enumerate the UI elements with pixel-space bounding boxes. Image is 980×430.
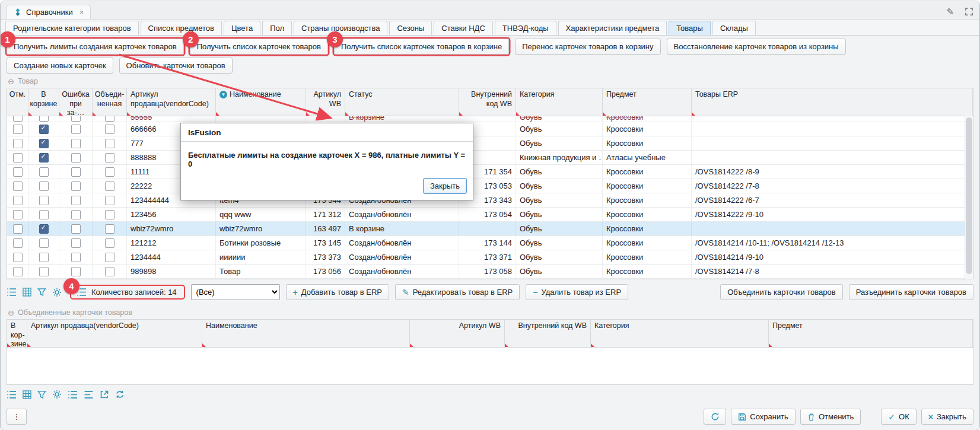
cell-category[interactable]: Обувь bbox=[516, 236, 603, 250]
checkbox-merged[interactable] bbox=[105, 267, 114, 276]
button-Получить список карточек товаров[interactable]: Получить список карточек товаров2 bbox=[190, 39, 328, 55]
tab-Ставки НДС[interactable]: Ставки НДС bbox=[434, 21, 492, 35]
cancel-button[interactable]: Отменить bbox=[800, 409, 861, 425]
close-button[interactable]: × Закрыть bbox=[921, 409, 973, 425]
cell-erp[interactable] bbox=[692, 151, 973, 164]
merged-column-header-5[interactable]: Категория bbox=[591, 320, 769, 347]
checkbox-cart[interactable] bbox=[39, 139, 49, 148]
tab-Сезоны[interactable]: Сезоны bbox=[389, 21, 432, 35]
cell-category[interactable]: Обувь bbox=[516, 122, 603, 136]
cell-erp[interactable]: /OVS1814222 /7-8 bbox=[692, 179, 973, 193]
tab-Характеристики предмета[interactable]: Характеристики предмета bbox=[558, 21, 667, 35]
button-Обновить карточки товаров[interactable]: Обновить карточки товаров bbox=[119, 58, 233, 74]
cell-vendor[interactable]: 121212 bbox=[127, 236, 216, 250]
cell-status[interactable]: В корзине bbox=[345, 222, 459, 235]
vertical-scrollbar[interactable] bbox=[965, 116, 973, 279]
cell-category[interactable]: Обувь bbox=[516, 222, 603, 235]
tab-Пол[interactable]: Пол bbox=[262, 21, 292, 35]
more-actions-button[interactable]: ⋮ bbox=[7, 409, 27, 425]
add-product-erp-button[interactable]: + Добавить товар в ERP bbox=[286, 284, 389, 300]
merged-column-header-0[interactable]: В кор-зине bbox=[7, 320, 27, 347]
column-header-category[interactable]: Категория bbox=[516, 88, 603, 116]
checkbox-cart[interactable] bbox=[39, 238, 49, 248]
cell-internal[interactable]: 173 058 bbox=[459, 265, 516, 278]
cell-predmet[interactable]: Атласы учебные bbox=[603, 151, 692, 164]
collapse-icon[interactable]: ⊖ bbox=[8, 309, 14, 317]
filter-icon[interactable] bbox=[37, 390, 46, 399]
cell-category[interactable]: Обувь bbox=[516, 165, 603, 179]
column-header-err[interactable]: Ошибка при за-… bbox=[59, 88, 93, 116]
cell-name[interactable] bbox=[216, 116, 306, 122]
cell-category[interactable]: Обувь bbox=[516, 208, 603, 221]
checkbox-otm[interactable] bbox=[13, 224, 23, 234]
merged-column-header-1[interactable]: Артикул продавца(vendorCode) bbox=[27, 320, 202, 347]
group-list-icon[interactable] bbox=[84, 390, 94, 399]
checkbox-otm[interactable] bbox=[13, 181, 23, 191]
edit-icon[interactable]: ✎ bbox=[946, 7, 954, 16]
refresh-button[interactable] bbox=[704, 409, 726, 425]
table-row[interactable]: 1234444ииииии173 373Создан/обновлён173 3… bbox=[7, 250, 973, 265]
settings-gear-icon[interactable] bbox=[52, 288, 62, 297]
cell-predmet[interactable]: Кроссовки bbox=[603, 236, 692, 250]
checkbox-merged[interactable] bbox=[105, 253, 114, 262]
checkbox-cart[interactable] bbox=[39, 153, 49, 163]
table-view-icon[interactable] bbox=[23, 390, 31, 399]
button-Восстановление карточек товаров из корзины[interactable]: Восстановление карточек товаров из корзи… bbox=[667, 39, 846, 55]
column-header-otm[interactable]: Отм. bbox=[7, 88, 28, 116]
cell-vendor[interactable]: 55555 bbox=[127, 116, 216, 122]
table-row[interactable]: 121212Ботинки розовые173 145Создан/обнов… bbox=[7, 236, 973, 250]
cell-internal[interactable] bbox=[459, 116, 516, 122]
tab-Список предметов[interactable]: Список предметов bbox=[141, 21, 222, 35]
table-row[interactable]: 989898Товар173 056Создан/обновлён173 058… bbox=[7, 265, 973, 279]
checkbox-cart[interactable] bbox=[39, 196, 49, 205]
checkbox-merged[interactable] bbox=[105, 153, 114, 163]
cell-predmet[interactable]: Кроссовки bbox=[603, 250, 692, 264]
button-Получить список карточек товаров в корзине[interactable]: Получить список карточек товаров в корзи… bbox=[334, 39, 509, 55]
cell-category[interactable]: Обувь bbox=[516, 265, 603, 278]
tab-Цвета[interactable]: Цвета bbox=[224, 21, 260, 35]
checkbox-cart[interactable] bbox=[39, 125, 49, 134]
cell-predmet[interactable]: Кроссовки bbox=[603, 122, 692, 136]
refresh-table-icon[interactable] bbox=[115, 390, 125, 399]
checkbox-otm[interactable] bbox=[13, 267, 23, 276]
table-row[interactable]: 666666ОбувьКроссовки bbox=[7, 122, 973, 136]
cell-vendor[interactable]: 1234444 bbox=[127, 250, 216, 264]
settings-gear-icon[interactable] bbox=[52, 390, 62, 399]
checkbox-merged[interactable] bbox=[105, 238, 114, 248]
cell-wb[interactable]: 171 312 bbox=[306, 208, 345, 221]
scrollbar-thumb[interactable] bbox=[966, 117, 972, 274]
filter-select[interactable]: (Все) bbox=[191, 284, 280, 300]
checkbox-err[interactable] bbox=[71, 267, 81, 276]
cell-status[interactable]: Создан/обновлён bbox=[345, 208, 459, 221]
checkbox-merged[interactable] bbox=[105, 224, 114, 234]
column-header-name[interactable]: ▾Наименование bbox=[216, 88, 306, 116]
table-row[interactable]: 11111171 354ОбувьКроссовки/OVS1814222 /8… bbox=[7, 165, 973, 179]
checkbox-cart[interactable] bbox=[39, 224, 49, 234]
edit-product-erp-button[interactable]: ✎ Редактировать товар в ERP bbox=[395, 284, 520, 300]
cell-wb[interactable] bbox=[306, 116, 345, 122]
cell-erp[interactable]: /OVS1814222 /8-9 bbox=[692, 165, 973, 179]
cell-status[interactable]: В корзине bbox=[345, 116, 459, 122]
cell-predmet[interactable]: Кроссовки bbox=[603, 165, 692, 179]
checkbox-otm[interactable] bbox=[13, 238, 23, 248]
save-button[interactable]: Сохранить bbox=[731, 409, 796, 425]
cell-category[interactable]: Обувь bbox=[516, 116, 603, 122]
column-header-merged[interactable]: Объеди-ненная bbox=[93, 88, 127, 116]
tab-Товары[interactable]: Товары bbox=[669, 21, 711, 35]
checkbox-err[interactable] bbox=[71, 116, 81, 122]
column-header-vendor[interactable]: Артикул продавца(vendorCode) bbox=[127, 88, 216, 116]
cell-vendor[interactable]: wbiz72wmro bbox=[127, 222, 216, 235]
cell-wb[interactable]: 173 373 bbox=[306, 250, 345, 264]
checkbox-merged[interactable] bbox=[105, 181, 114, 191]
cell-erp[interactable]: /OVS1814214 /10-11; /OVS1814214 /12-13 bbox=[692, 236, 973, 250]
collapse-icon[interactable]: ⊖ bbox=[8, 78, 14, 85]
column-header-wb[interactable]: Артикул WB bbox=[306, 88, 345, 116]
checkbox-err[interactable] bbox=[71, 181, 81, 191]
checkbox-cart[interactable] bbox=[39, 167, 49, 177]
cell-predmet[interactable]: Кроссовки bbox=[603, 208, 692, 221]
checkbox-cart[interactable] bbox=[39, 181, 49, 191]
table-row[interactable]: 123444444Item4173 344Создан/обновлён173 … bbox=[7, 193, 973, 208]
checkbox-err[interactable] bbox=[71, 253, 81, 262]
merged-column-header-3[interactable]: Артикул WB bbox=[410, 320, 505, 347]
cell-name[interactable]: Ботинки розовые bbox=[216, 236, 306, 250]
